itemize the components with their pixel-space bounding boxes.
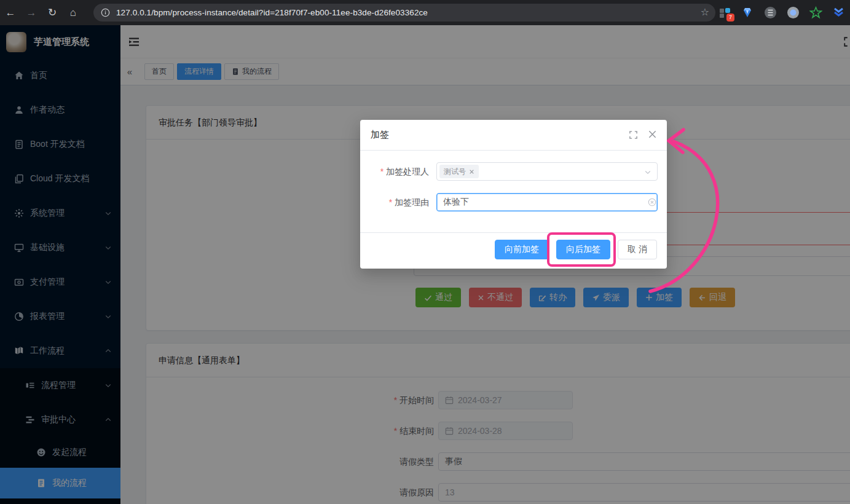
dialog-fullscreen-icon[interactable]	[629, 130, 638, 140]
backward-sign-button[interactable]: 向后加签	[556, 240, 610, 259]
tag-close-icon[interactable]	[469, 169, 474, 175]
extension-circle-icon[interactable]	[763, 6, 777, 20]
dialog-title: 加签	[371, 129, 389, 141]
site-info-icon[interactable]	[101, 8, 110, 17]
extension-grid-icon[interactable]: 7	[718, 6, 731, 20]
browser-forward-button[interactable]: →	[21, 7, 42, 19]
dialog-footer: 向前加签 向后加签 取 消	[495, 240, 657, 259]
handler-row: 加签处理人 测试号	[360, 162, 667, 181]
reason-label: 加签理由	[360, 193, 429, 211]
dialog-close-icon[interactable]	[648, 130, 657, 139]
extension-star-icon[interactable]	[809, 6, 822, 20]
reason-input[interactable]	[436, 193, 658, 211]
add-sign-dialog: 加签 加签处理人 测试号 加签理由 向前加签 向后加签 取 消	[360, 120, 667, 269]
handler-select[interactable]: 测试号	[436, 162, 658, 181]
browser-home-button[interactable]: ⌂	[63, 7, 84, 19]
browser-chrome: ← → ↻ ⌂ 127.0.0.1/bpm/process-instance/d…	[0, 0, 850, 25]
extensions-row: 7	[718, 0, 845, 25]
browser-reload-button[interactable]: ↻	[42, 6, 63, 19]
clear-input-icon[interactable]	[648, 198, 656, 207]
handler-tag: 测试号	[439, 165, 479, 178]
dialog-header: 加签	[360, 120, 667, 151]
bookmark-star-icon[interactable]: ☆	[701, 6, 709, 18]
chevron-down-icon	[644, 168, 651, 176]
dialog-footer-divider	[360, 232, 667, 233]
handler-label: 加签处理人	[360, 162, 429, 181]
extension-chevrons-icon[interactable]	[832, 6, 845, 20]
browser-back-button[interactable]: ←	[0, 7, 21, 19]
extension-badge: 7	[726, 14, 734, 22]
forward-sign-button[interactable]: 向前加签	[495, 240, 549, 259]
reason-row: 加签理由	[360, 193, 667, 211]
cancel-button[interactable]: 取 消	[618, 240, 657, 259]
extension-gem-icon[interactable]	[741, 6, 754, 20]
url-text: 127.0.0.1/bpm/process-instance/detail?id…	[116, 8, 428, 17]
extension-dot-icon[interactable]	[786, 6, 800, 20]
address-bar[interactable]: 127.0.0.1/bpm/process-instance/detail?id…	[93, 4, 715, 22]
